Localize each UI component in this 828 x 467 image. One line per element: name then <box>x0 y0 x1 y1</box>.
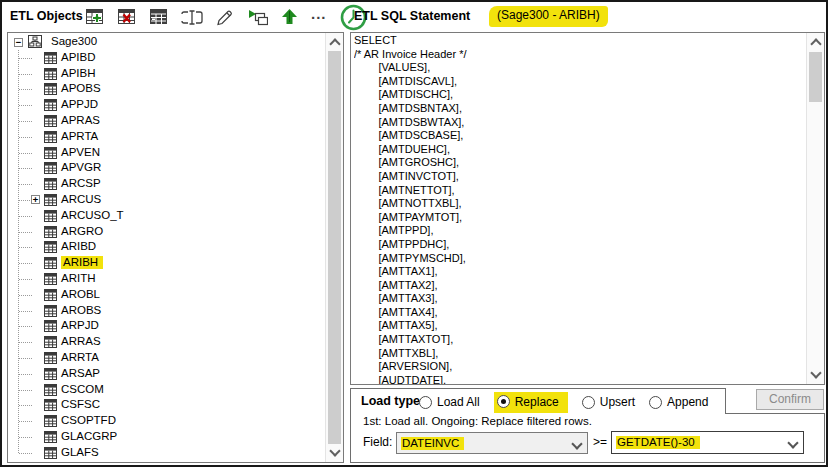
radio-button-icon[interactable] <box>582 396 595 409</box>
tree-item-label: CSFSC <box>61 398 100 410</box>
tree-item-label: ARCSP <box>61 177 101 189</box>
table-icon <box>44 210 57 222</box>
expand-icon[interactable]: + <box>31 195 40 204</box>
load-type-panel: Confirm Load type: Load AllReplaceUpsert… <box>350 388 825 463</box>
tree-item-aribd[interactable]: ARIBD <box>8 239 326 255</box>
tree-guide <box>19 89 32 90</box>
tree-scrollbar[interactable] <box>325 33 343 462</box>
more-options-icon[interactable]: ... <box>311 9 327 25</box>
table-icon <box>44 368 57 380</box>
tree-item-apvgr[interactable]: APVGR <box>8 160 326 176</box>
table-icon <box>44 447 57 459</box>
tree-guide <box>19 263 32 264</box>
tree-item-arcuso-t[interactable]: ARCUSO_T <box>8 208 326 224</box>
tree-item-arrta[interactable]: ARRTA <box>8 350 326 366</box>
radio-replace[interactable]: Replace <box>494 392 568 413</box>
tree-guide <box>19 311 32 312</box>
tree-item-arcsp[interactable]: ARCSP <box>8 176 326 192</box>
tree-guide <box>19 184 32 185</box>
tree-guide <box>19 216 32 217</box>
data-grid-icon[interactable] <box>150 9 168 25</box>
tree-item-apobs[interactable]: APOBS <box>8 81 326 97</box>
run-etl-icon[interactable] <box>247 9 268 26</box>
radio-button-icon[interactable] <box>497 395 510 408</box>
sql-scrollbar[interactable] <box>806 33 824 384</box>
tree-item-label: ARSAP <box>61 367 100 379</box>
confirm-button[interactable]: Confirm <box>756 389 824 410</box>
tree-item-label: CSOPTFD <box>61 414 116 426</box>
sql-statement-panel: SELECT /* AR Invoice Header */ [VALUES],… <box>350 32 825 385</box>
chevron-down-icon[interactable] <box>571 438 582 449</box>
radio-append[interactable]: Append <box>649 395 708 409</box>
scroll-down-icon[interactable] <box>329 445 340 456</box>
edit-pencil-icon[interactable] <box>216 9 234 26</box>
tree-item-apras[interactable]: APRAS <box>8 113 326 129</box>
table-icon <box>44 83 57 95</box>
sql-editor[interactable]: SELECT /* AR Invoice Header */ [VALUES],… <box>354 34 806 384</box>
tree-item-arsap[interactable]: ARSAP <box>8 366 326 382</box>
radio-button-icon[interactable] <box>649 396 662 409</box>
tree-guide <box>19 247 32 248</box>
scroll-up-icon[interactable] <box>329 38 340 49</box>
tree-guide <box>19 326 32 327</box>
tree-item-glafs[interactable]: GLAFS <box>8 445 326 461</box>
tree-item-cscom[interactable]: CSCOM <box>8 382 326 398</box>
tree-item-label: ARIBD <box>61 240 96 252</box>
radio-upsert[interactable]: Upsert <box>582 395 635 409</box>
context-badge: (Sage300 - ARIBH) <box>489 6 608 27</box>
tree-guide <box>19 74 32 75</box>
tree-item-label: ARRTA <box>61 351 99 363</box>
scroll-down-icon[interactable] <box>810 367 821 378</box>
tree-item-appjd[interactable]: APPJD <box>8 97 326 113</box>
tree-item-label: APIBD <box>61 51 96 63</box>
tree-item-arobs[interactable]: AROBS <box>8 303 326 319</box>
tree-guide <box>19 390 32 391</box>
tree-item-aprta[interactable]: APRTA <box>8 129 326 145</box>
tree-item-label: ARCUS <box>61 193 101 205</box>
etl-objects-title: ETL Objects <box>10 9 83 23</box>
tree-guide <box>19 437 32 438</box>
tree-item-apibh[interactable]: APIBH <box>8 66 326 82</box>
filter-value-select[interactable]: GETDATE()-30 <box>611 431 804 454</box>
tree-item-apven[interactable]: APVEN <box>8 145 326 161</box>
tree-item-csfsc[interactable]: CSFSC <box>8 397 326 413</box>
tree-item-arras[interactable]: ARRAS <box>8 334 326 350</box>
tree-item-arpjd[interactable]: ARPJD <box>8 318 326 334</box>
table-icon <box>44 52 57 64</box>
tree-guide <box>19 153 32 154</box>
add-table-icon[interactable] <box>86 9 105 25</box>
collapse-icon[interactable]: − <box>14 38 23 47</box>
tree-item-apibd[interactable]: APIBD <box>8 50 326 66</box>
tree-guide <box>19 295 32 296</box>
tree-item-label: ARPJD <box>61 319 99 331</box>
tree-scrollbar-thumb[interactable] <box>328 51 341 444</box>
scroll-up-icon[interactable] <box>810 38 821 49</box>
tree-item-aribh[interactable]: ARIBH <box>8 255 326 271</box>
sql-statement-title: ETL SQL Statement <box>354 9 470 23</box>
table-icon <box>44 257 57 269</box>
radio-button-icon[interactable] <box>419 396 432 409</box>
table-icon <box>44 289 57 301</box>
sql-scrollbar-thumb[interactable] <box>809 52 822 102</box>
load-type-note: 1st: Load all. Ongoing: Replace filtered… <box>363 415 592 427</box>
tree-item-label: GLACGRP <box>61 430 117 442</box>
tree-item-glacgrp[interactable]: GLACGRP <box>8 429 326 445</box>
rename-icon[interactable] <box>181 10 203 25</box>
tree-guide <box>19 137 32 138</box>
delete-table-icon[interactable] <box>118 9 137 25</box>
table-icon <box>44 194 57 206</box>
field-select[interactable]: DATEINVC <box>396 432 588 454</box>
tree-guide <box>19 405 32 406</box>
upload-icon[interactable] <box>281 9 298 25</box>
chevron-down-icon[interactable] <box>787 437 798 448</box>
radio-label: Upsert <box>600 395 635 409</box>
tree-item-label: APVEN <box>61 146 100 158</box>
tree-item-argro[interactable]: ARGRO <box>8 224 326 240</box>
tree-root-sage300[interactable]: − Sage300 <box>8 34 326 50</box>
table-icon <box>44 399 57 411</box>
tree-item-arith[interactable]: ARITH <box>8 271 326 287</box>
tree-item-arcus[interactable]: +ARCUS <box>8 192 326 208</box>
radio-load-all[interactable]: Load All <box>419 395 480 409</box>
tree-item-arobl[interactable]: AROBL <box>8 287 326 303</box>
tree-item-csoptfd[interactable]: CSOPTFD <box>8 413 326 429</box>
